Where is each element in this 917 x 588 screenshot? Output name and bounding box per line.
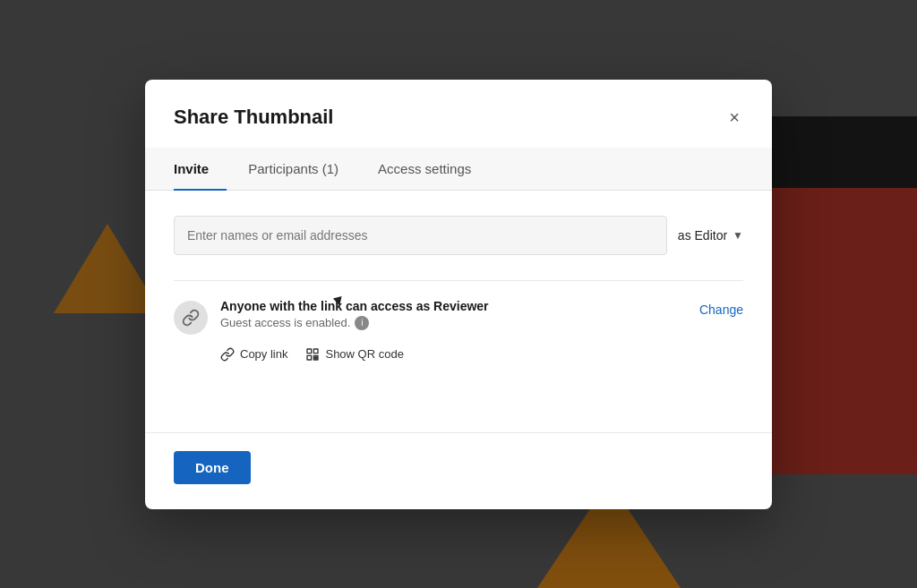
svg-rect-5	[314, 358, 316, 360]
tab-access-settings[interactable]: Access settings	[378, 149, 489, 191]
link-access-left: Anyone with the link can access as Revie…	[174, 299, 489, 335]
tab-bar: Invite Participants (1) Access settings	[145, 148, 772, 191]
close-button[interactable]: ×	[725, 105, 743, 130]
info-icon[interactable]: i	[355, 316, 369, 330]
qr-label: Show QR code	[325, 347, 403, 361]
modal-wrapper: Share Thumbnail × Invite Participants (1…	[0, 0, 917, 588]
link-circle-icon	[174, 301, 208, 335]
done-button[interactable]: Done	[174, 451, 251, 484]
tab-participants[interactable]: Participants (1)	[248, 149, 356, 191]
modal-footer: Done	[145, 432, 772, 509]
svg-rect-4	[316, 358, 318, 360]
role-dropdown[interactable]: as Editor ▼	[678, 228, 743, 243]
link-main-text: Anyone with the link can access as Revie…	[220, 299, 489, 313]
copy-link-icon	[220, 347, 235, 362]
link-access-section: Anyone with the link can access as Revie…	[174, 280, 743, 362]
share-modal: Share Thumbnail × Invite Participants (1…	[145, 80, 772, 509]
link-text-group: Anyone with the link can access as Revie…	[220, 299, 489, 330]
modal-body: as Editor ▼	[145, 191, 772, 432]
chain-link-icon	[182, 309, 200, 327]
role-label: as Editor	[678, 228, 727, 243]
invite-row: as Editor ▼	[174, 216, 743, 255]
show-qr-button[interactable]: Show QR code	[305, 347, 403, 362]
tab-invite[interactable]: Invite	[174, 149, 227, 191]
copy-link-label: Copy link	[240, 347, 287, 361]
change-button[interactable]: Change	[699, 303, 743, 317]
invite-input[interactable]	[174, 216, 667, 255]
dropdown-arrow-icon: ▼	[733, 229, 743, 242]
qr-code-icon	[305, 347, 320, 362]
link-actions: Copy link Show QR code	[220, 347, 743, 362]
svg-rect-0	[307, 349, 312, 354]
link-access-row: Anyone with the link can access as Revie…	[174, 299, 743, 335]
svg-rect-6	[316, 355, 318, 357]
modal-title: Share Thumbnail	[174, 106, 333, 129]
svg-rect-1	[314, 349, 319, 354]
modal-header: Share Thumbnail ×	[145, 80, 772, 148]
svg-rect-3	[314, 355, 316, 357]
copy-link-button[interactable]: Copy link	[220, 347, 287, 362]
svg-rect-2	[307, 355, 312, 360]
link-sub-text: Guest access is enabled. i	[220, 316, 489, 330]
